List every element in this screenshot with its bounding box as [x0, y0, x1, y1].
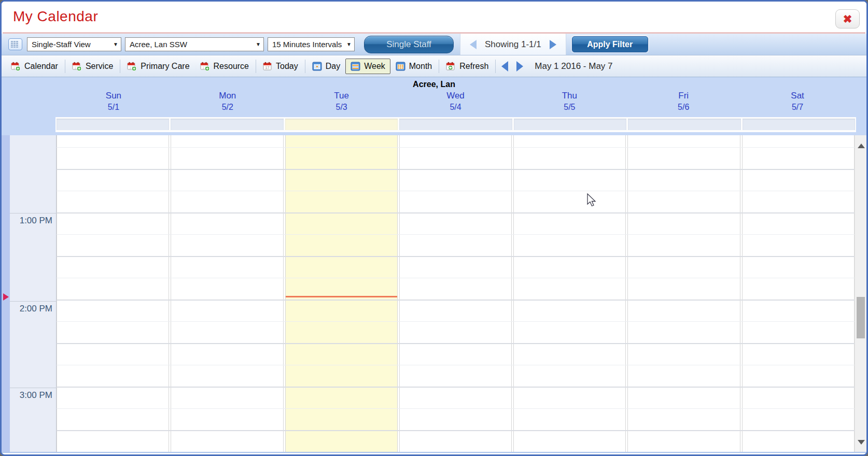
staff-name-heading: Acree, Lan — [2, 80, 866, 89]
new-calendar-button[interactable]: 17 Calendar — [6, 59, 63, 74]
filter-toolbar: Single-Staff View ▼ Acree, Lan SSW ▼ 15 … — [2, 34, 866, 55]
today-button[interactable]: 17 Today — [258, 59, 303, 74]
separator — [65, 60, 65, 73]
apply-filter-button[interactable]: Apply Filter — [572, 36, 648, 52]
separator — [305, 60, 305, 73]
day-view-button[interactable]: Day — [307, 59, 345, 74]
refresh-button[interactable]: Refresh — [441, 59, 494, 74]
staff-pager: Showing 1-1/1 — [460, 34, 566, 55]
vertical-scrollbar[interactable] — [855, 135, 866, 452]
pager-previous-icon[interactable] — [470, 40, 477, 49]
day-column-thu[interactable] — [513, 135, 626, 452]
staff-value: Acree, Lan SSW — [130, 40, 253, 49]
month-view-label: Month — [409, 62, 432, 71]
day-column-fri[interactable] — [627, 135, 740, 452]
new-resource-label: Resource — [214, 62, 249, 71]
day-header-fri[interactable]: Fri 5/6 — [626, 90, 740, 112]
all-day-cell[interactable] — [628, 119, 740, 130]
day-header-sat[interactable]: Sat 5/7 — [740, 90, 855, 112]
add-calendar-icon: 17 — [200, 62, 210, 71]
week-view-button[interactable]: Week — [345, 59, 390, 74]
close-icon: ✖ — [843, 13, 852, 25]
next-week-icon[interactable] — [516, 61, 523, 72]
day-header-sun[interactable]: Sun 5/1 — [57, 90, 171, 112]
separator — [439, 60, 439, 73]
hour-line — [10, 388, 56, 388]
chevron-down-icon: ▼ — [256, 41, 261, 47]
day-header-thu[interactable]: Thu 5/5 — [512, 90, 626, 112]
time-label: 2:00 PM — [20, 304, 52, 314]
single-staff-button[interactable]: Single Staff — [364, 36, 454, 53]
my-calendar-dialog: My Calendar ✖ Single-Staff View — [0, 0, 868, 456]
chevron-down-icon: ▼ — [346, 41, 352, 47]
day-header-wed[interactable]: Wed 5/4 — [399, 90, 513, 112]
all-day-cell[interactable] — [399, 119, 512, 130]
today-label: Today — [276, 62, 298, 71]
day-view-label: Day — [326, 62, 340, 71]
add-calendar-icon: 17 — [11, 62, 21, 71]
pager-next-icon[interactable] — [550, 40, 556, 49]
add-calendar-icon: 17 — [127, 62, 137, 71]
refresh-label: Refresh — [459, 62, 488, 71]
month-view-icon — [396, 62, 405, 71]
today-calendar-icon: 17 — [263, 62, 272, 71]
new-service-button[interactable]: 17 Service — [67, 59, 118, 74]
new-service-label: Service — [86, 62, 113, 71]
current-time-line — [286, 296, 397, 297]
day-header-tue[interactable]: Tue 5/3 — [285, 90, 399, 112]
staff-dropdown[interactable]: Acree, Lan SSW ▼ — [125, 37, 264, 51]
all-day-cell[interactable] — [57, 119, 169, 130]
hour-line — [10, 213, 56, 213]
pager-label: Showing 1-1/1 — [485, 39, 541, 50]
close-button[interactable]: ✖ — [835, 9, 860, 28]
day-header-row: Sun 5/1 Mon 5/2 Tue 5/3 Wed 5/4 Thu 5/ — [57, 90, 855, 112]
day-column-sat[interactable] — [742, 135, 855, 452]
week-view-label: Week — [364, 62, 385, 71]
day-header-mon[interactable]: Mon 5/2 — [171, 90, 285, 112]
scrollbar-thumb[interactable] — [857, 297, 865, 338]
all-day-row — [55, 117, 856, 132]
svg-text:17: 17 — [265, 66, 270, 69]
day-view-icon — [312, 62, 322, 71]
day-column-tue[interactable] — [285, 135, 398, 452]
grid-view-icon[interactable] — [8, 38, 22, 50]
hour-line — [10, 301, 56, 302]
all-day-cell[interactable] — [514, 119, 626, 130]
new-calendar-label: Calendar — [24, 62, 58, 71]
previous-week-icon[interactable] — [501, 61, 508, 72]
month-view-button[interactable]: Month — [390, 59, 437, 74]
page-title: My Calendar — [13, 8, 98, 25]
schedule-header: Acree, Lan Sun 5/1 Mon 5/2 Tue 5/3 Wed 5… — [2, 77, 866, 135]
scroll-down-icon[interactable] — [858, 440, 865, 445]
add-calendar-icon: 17 — [72, 62, 82, 71]
separator — [256, 60, 256, 73]
schedule-grid-area: 1:00 PM 2:00 PM 3:00 PM — [2, 135, 866, 453]
time-label: 3:00 PM — [20, 390, 52, 401]
day-column-mon[interactable] — [171, 135, 283, 452]
time-label: 1:00 PM — [20, 216, 52, 226]
separator — [120, 60, 120, 73]
action-toolbar: 17 Calendar 17 — [2, 56, 866, 77]
week-view-icon — [351, 62, 360, 71]
time-gutter: 1:00 PM 2:00 PM 3:00 PM — [2, 135, 57, 452]
all-day-cell[interactable] — [171, 119, 283, 130]
new-primary-care-button[interactable]: 17 Primary Care — [122, 59, 194, 74]
title-bar: My Calendar ✖ — [2, 2, 866, 32]
current-time-marker-icon — [3, 293, 9, 301]
view-mode-dropdown[interactable]: Single-Staff View ▼ — [27, 37, 121, 51]
day-column-sun[interactable] — [57, 135, 169, 452]
all-day-cell[interactable] — [743, 119, 855, 130]
new-resource-button[interactable]: 17 Resource — [195, 59, 254, 74]
interval-dropdown[interactable]: 15 Minutes Intervals ▼ — [268, 37, 355, 51]
new-primary-care-label: Primary Care — [141, 62, 189, 71]
day-column-wed[interactable] — [399, 135, 512, 452]
view-mode-value: Single-Staff View — [32, 40, 110, 49]
refresh-calendar-icon — [446, 62, 456, 71]
date-range-label: May 1 2016 - May 7 — [535, 61, 612, 72]
week-grid — [57, 135, 855, 452]
all-day-cell[interactable] — [285, 119, 398, 130]
interval-value: 15 Minutes Intervals — [272, 40, 343, 49]
scroll-up-icon[interactable] — [858, 144, 865, 148]
separator — [495, 60, 496, 73]
chevron-down-icon: ▼ — [113, 41, 118, 47]
